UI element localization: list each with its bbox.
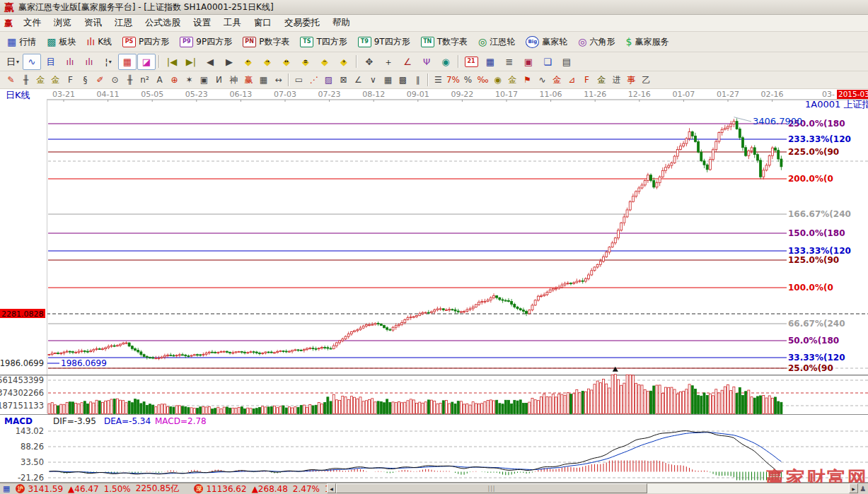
menu-item-settings[interactable]: 设置 xyxy=(187,16,217,30)
hand-tool-button[interactable]: ✥ xyxy=(360,54,378,70)
last-page-button[interactable]: ▶| xyxy=(182,54,200,70)
menu-item-tools[interactable]: 工具 xyxy=(217,16,248,30)
menu-item-browse[interactable]: 浏览 xyxy=(47,16,78,30)
n-square-grid-tool[interactable]: n² xyxy=(137,73,152,87)
nine-bar-combine-button[interactable]: ılı xyxy=(80,54,98,70)
comb-lines-tool[interactable]: ╫ xyxy=(122,73,137,87)
candle-style-dropdown[interactable]: ¦▾ xyxy=(99,54,117,70)
golden-ratio-lines-tool[interactable]: 金 xyxy=(550,73,565,87)
yi-angle-tool[interactable]: 乙 xyxy=(639,73,654,87)
smart-analysis-button[interactable]: ◉ xyxy=(436,54,455,70)
seven-percent-tool[interactable]: 7% xyxy=(446,73,461,87)
crosshair-tool-button[interactable]: ＋ xyxy=(379,54,398,70)
j-angle-tool[interactable]: ⊿ xyxy=(565,73,579,87)
zoom-in-button[interactable]: ◆＋ xyxy=(335,54,353,70)
gann-gold-time-tool[interactable]: 金 xyxy=(33,73,48,87)
t-number-table-button[interactable]: TNT数字表 xyxy=(417,35,471,49)
three-bar-combine-button[interactable]: ılı xyxy=(61,54,79,70)
sectors-button[interactable]: ▩板块 xyxy=(43,35,79,49)
gold-angle-tool[interactable]: 金 xyxy=(594,73,609,87)
next-page-button[interactable]: ▶ xyxy=(220,54,238,70)
p-number-table-button[interactable]: PNP数字表 xyxy=(239,35,293,49)
menu-item-gann[interactable]: 江恩 xyxy=(108,16,139,30)
fibonacci-grid-tool[interactable]: F xyxy=(63,73,78,87)
zoom-out-button[interactable]: ◆− xyxy=(316,54,334,70)
dense-grid-tool[interactable]: ▩ xyxy=(395,73,410,87)
percent-tool[interactable]: % xyxy=(461,73,475,87)
shen-grid-tool[interactable]: 神 xyxy=(226,73,241,87)
time-division-lines-tool[interactable]: ╫ xyxy=(18,73,33,87)
multi-angle-tool[interactable]: ∠ xyxy=(351,73,366,87)
scrollbar-thumb[interactable]: ||| xyxy=(336,483,647,493)
shi-angle-tool[interactable]: 事 xyxy=(624,73,639,87)
golden-circle-tool[interactable]: ◉ xyxy=(490,73,505,87)
gann-fan-tool[interactable]: ⋰ xyxy=(306,73,321,87)
pattern-search-button[interactable]: Ψ xyxy=(417,54,436,70)
cross-box-tool[interactable]: ⊠ xyxy=(336,73,351,87)
width-measure-tool[interactable]: ↔ xyxy=(271,73,286,87)
quotes-button[interactable]: ▦行情 xyxy=(4,35,40,49)
calendar-button[interactable]: 21 xyxy=(462,54,480,70)
f-angle-tool[interactable]: F xyxy=(579,73,594,87)
pattern-mark-button[interactable]: ▦ xyxy=(118,54,137,70)
winner-wheel-button[interactable]: Big赢家轮 xyxy=(522,35,571,49)
gann-wheel-button[interactable]: ◎江恩轮 xyxy=(475,35,519,49)
scroll-left-diamond-button[interactable]: ◆← xyxy=(239,54,257,70)
prev-page-button[interactable]: ◀ xyxy=(201,54,219,70)
angle-line-tool[interactable]: A xyxy=(152,73,167,87)
nine-t-square-button[interactable]: T99T四方形 xyxy=(354,35,414,49)
gann-gold-time-tool-2[interactable]: 金 xyxy=(48,73,63,87)
yingjia-grid-tool[interactable]: 赢 xyxy=(241,73,256,87)
menu-item-formula-stock-pick[interactable]: 公式选股 xyxy=(139,16,187,30)
expand-horizontal-button[interactable]: ◆↔ xyxy=(277,54,296,70)
grid-overlay-tool[interactable]: ▦ xyxy=(381,73,395,87)
box-range-tool[interactable]: ▭ xyxy=(291,73,306,87)
menu-item-window[interactable]: 窗口 xyxy=(248,16,278,30)
p-square-button[interactable]: PSP四方形 xyxy=(119,35,173,49)
menu-item-file[interactable]: 文件 xyxy=(17,16,47,30)
pencil-tool[interactable]: ✎ xyxy=(4,73,18,87)
parallel-lines-tool[interactable]: ∥ xyxy=(410,73,425,87)
nine-p-square-button[interactable]: P99P四方形 xyxy=(176,35,236,49)
quote-mark-tool[interactable]: И xyxy=(212,73,226,87)
brush-tool[interactable]: ✐ xyxy=(93,73,108,87)
compression-chart-button[interactable]: ∿ xyxy=(23,54,41,70)
square-target-tool[interactable]: ▣ xyxy=(197,73,212,87)
fan-box-tool[interactable]: ▨ xyxy=(321,73,336,87)
winner-service-button[interactable]: $赢家服务 xyxy=(622,35,672,49)
color-volume-button[interactable]: ◪ xyxy=(137,54,156,70)
price-ruler-grid-tool[interactable]: ▦ xyxy=(256,73,271,87)
horizontal-scrollbar[interactable]: ◀ ||| ▶ xyxy=(327,483,858,493)
golden-section-tool[interactable]: 金 xyxy=(505,73,520,87)
save-button[interactable]: ▣ xyxy=(519,54,538,70)
period-day-dropdown[interactable]: 日▾ xyxy=(4,54,22,70)
quote-grid-icon[interactable]: ▦ xyxy=(3,485,10,493)
scroll-right-diamond-button[interactable]: ◆→ xyxy=(258,54,277,70)
scroll-left-arrow[interactable]: ◀ xyxy=(327,483,336,493)
angle-measure-button[interactable]: ∠ xyxy=(398,54,417,70)
permille-tool[interactable]: ‰ xyxy=(475,73,490,87)
gann-target-tool[interactable]: ⊕ xyxy=(167,73,182,87)
menu-item-trade-order[interactable]: 交易委托 xyxy=(278,16,326,30)
notes-button[interactable]: ≣ xyxy=(500,54,519,70)
flag-mark-tool[interactable]: ⚑ xyxy=(520,73,535,87)
menu-item-help[interactable]: 帮助 xyxy=(326,16,357,30)
jin-angle-tool[interactable]: 进 xyxy=(609,73,624,87)
scroll-right-arrow[interactable]: ▶ xyxy=(849,483,858,493)
wave-tool[interactable]: ∨ xyxy=(366,73,381,87)
print-button[interactable]: ▤ xyxy=(557,54,576,70)
measure-lines-tool[interactable]: ☰ xyxy=(431,73,446,87)
calculator-button[interactable]: ▦ xyxy=(481,54,499,70)
star-burst-tool[interactable]: ✶ xyxy=(182,73,197,87)
kline-button[interactable]: ılıK线 xyxy=(83,35,115,49)
time-cycle-tool[interactable]: ⊙ xyxy=(108,73,122,87)
compress-horizontal-button[interactable]: ◆≡ xyxy=(296,54,315,70)
info-panel-button[interactable]: 目 xyxy=(42,54,60,70)
wave-angle-tool[interactable]: ∿ xyxy=(535,73,550,87)
hexagon-button[interactable]: ◎六角形 xyxy=(574,35,618,49)
export-button[interactable]: ❏ xyxy=(538,54,557,70)
t-square-button[interactable]: TST四方形 xyxy=(296,35,350,49)
spiral-tool[interactable]: § xyxy=(78,73,93,87)
first-page-button[interactable]: |◀ xyxy=(163,54,181,70)
menu-item-news[interactable]: 资讯 xyxy=(78,16,108,30)
